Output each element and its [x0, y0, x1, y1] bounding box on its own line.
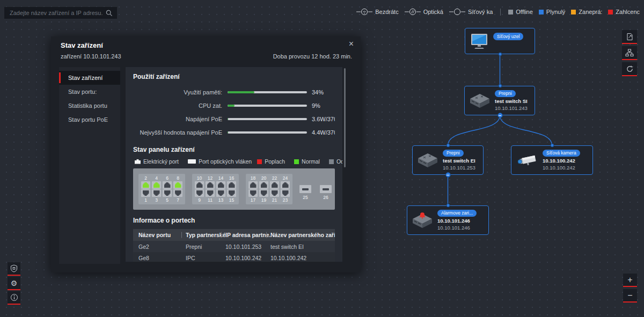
port-6[interactable]	[163, 181, 172, 189]
port-14[interactable]	[216, 181, 225, 189]
port-8[interactable]	[173, 181, 182, 189]
port-2[interactable]	[141, 181, 150, 189]
port-13[interactable]	[216, 189, 225, 197]
node-ip-camera[interactable]: Síťová kamera 10.10.100.242 10.10.100.24…	[511, 145, 593, 175]
scrollbar-thumb[interactable]	[344, 68, 346, 167]
port-11[interactable]	[206, 189, 215, 197]
collapse-toggle[interactable]	[497, 113, 503, 118]
port-4[interactable]	[152, 181, 161, 189]
port-23[interactable]	[281, 189, 290, 197]
legend-label: Odpojen.	[336, 158, 342, 165]
port-number: 16	[227, 175, 236, 181]
rj45-port-icon	[143, 190, 149, 196]
legend-wireless-link: Bezdrátc	[356, 8, 398, 16]
port-17[interactable]	[248, 189, 258, 197]
sidebar-item-poe-port-status[interactable]: Stav portu PoE	[59, 113, 120, 127]
info-button[interactable]	[8, 291, 20, 305]
collapse-toggle[interactable]	[445, 172, 451, 178]
rj45-port-icon	[229, 182, 235, 188]
table-row: Ge8 IPC 10.10.100.242 10.10.100.242	[133, 252, 335, 262]
usage-label: Napájení PoE	[133, 116, 228, 122]
port-16[interactable]	[227, 181, 236, 189]
usage-value: 9%	[312, 102, 335, 109]
legend-label: Zahlcenc	[616, 9, 640, 15]
port-1[interactable]	[141, 189, 150, 197]
port-21[interactable]	[270, 189, 279, 197]
port-19[interactable]	[259, 189, 268, 197]
node-name: 10.10.101.246	[437, 218, 477, 224]
legend-disconnected: Odpojen.	[329, 158, 342, 165]
port-icon-row	[141, 189, 182, 197]
search-icon[interactable]	[106, 10, 113, 17]
sfp-port-26[interactable]: 26	[320, 185, 332, 200]
port-number: 6	[163, 175, 172, 181]
port-3[interactable]	[152, 189, 161, 197]
legend-status-offline: Offline	[508, 9, 533, 15]
panel-status-heading: Stav panelu zařízení	[133, 146, 335, 153]
close-icon[interactable]: ×	[349, 40, 354, 48]
zoom-out-button[interactable]: −	[623, 289, 637, 303]
port-22[interactable]	[270, 181, 279, 189]
zoom-in-button[interactable]: +	[623, 274, 637, 287]
search-input[interactable]	[9, 9, 106, 17]
column-header[interactable]: Název portu	[138, 232, 186, 238]
rj45-port-icon	[250, 190, 257, 196]
port-group: 1820222417192123	[246, 174, 292, 204]
partner-name-cell: 10.10.100.242	[270, 255, 335, 261]
port-number: 19	[259, 197, 268, 203]
legend-label: Poplach	[265, 158, 285, 165]
port-icon-row	[248, 189, 290, 197]
sidebar-item-port-statistics[interactable]: Statistika portu	[59, 99, 120, 113]
refresh-button[interactable]	[622, 62, 637, 76]
rj45-port-icon	[164, 182, 171, 188]
sfp-port-25[interactable]: 25	[299, 185, 311, 200]
sfp-slot	[323, 188, 329, 190]
smooth-swatch	[539, 10, 544, 14]
port-name-cell: Ge2	[138, 244, 186, 250]
port-info-heading: Informace o portech	[133, 217, 335, 224]
normal-swatch	[294, 159, 299, 164]
legend-normal: Normal	[294, 158, 320, 165]
topology-view-button[interactable]	[622, 46, 637, 60]
poe-peak-bar	[228, 131, 307, 134]
port-number-row: 9111315	[195, 197, 236, 203]
sidebar-item-port-status[interactable]: Stav portu:	[59, 85, 120, 99]
port-12[interactable]	[206, 181, 215, 189]
usage-value: 4.4W/370.0W(Posledních 7 d	[312, 129, 335, 136]
security-button[interactable]	[8, 262, 20, 276]
partner-type-cell: Prepni	[186, 244, 225, 250]
disconnected-swatch	[329, 159, 334, 164]
device-status-dialog: Stav zařízení × zařízení 10.10.101.243 D…	[51, 36, 361, 272]
port-number: 15	[227, 197, 236, 203]
settings-button[interactable]: ⚙	[8, 277, 20, 290]
shield-icon	[10, 264, 18, 272]
port-24[interactable]	[281, 181, 290, 189]
port-20[interactable]	[259, 181, 268, 189]
port-7[interactable]	[173, 189, 182, 197]
column-header[interactable]: Typ partnerskéh...	[186, 232, 225, 238]
legend-label: Zaneprá:	[579, 9, 602, 15]
column-header[interactable]: IP adresa partne...	[225, 232, 270, 238]
node-switch-si[interactable]: Prepni test switch SI 10.10.101.243	[464, 86, 535, 115]
port-number: 22	[270, 175, 279, 181]
export-report-button[interactable]	[622, 30, 637, 44]
rj45-port-icon	[272, 182, 278, 188]
wireless-link-icon	[356, 8, 372, 16]
port-9[interactable]	[195, 189, 204, 197]
port-15[interactable]	[227, 189, 236, 197]
port-number-row: 1357	[141, 197, 182, 203]
partner-ip-cell: 10.10.101.253	[225, 244, 270, 250]
port-5[interactable]	[163, 189, 172, 197]
port-18[interactable]	[248, 181, 258, 189]
rj45-port-icon	[207, 182, 214, 188]
sidebar-item-device-status[interactable]: Stav zařízení	[59, 71, 120, 85]
node-network-hub[interactable]: Síťový uzel	[465, 28, 535, 54]
right-toolbar	[622, 30, 637, 76]
port-number-row: 17192123	[248, 197, 290, 203]
node-alarm-device[interactable]: Alarmove zari... 10.10.101.246 10.10.101…	[407, 205, 489, 235]
node-switch-ei[interactable]: Prepni test switch EI 10.10.101.253	[412, 145, 484, 175]
legend-separator	[500, 9, 501, 16]
port-10[interactable]	[195, 181, 204, 189]
column-header[interactable]: Název partnerského zařízení	[270, 232, 335, 238]
sfp-port-icon	[299, 185, 311, 193]
